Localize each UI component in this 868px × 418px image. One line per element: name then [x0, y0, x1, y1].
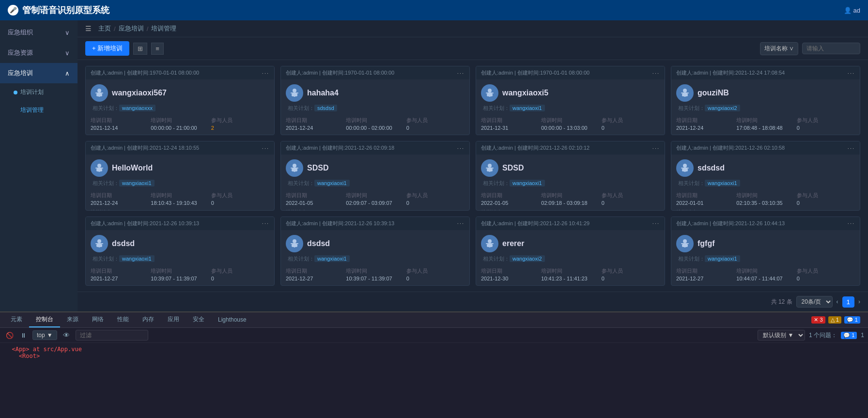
- card-header: 创建人:admin | 创建时间:1970-01-01 08:00:00 ···: [86, 66, 274, 79]
- card-header: 创建人:admin | 创建时间:2021-12-26 02:09:18 ···: [281, 141, 469, 155]
- members-label: 参与人员: [602, 267, 660, 275]
- devtools-tab-console[interactable]: 控制台: [29, 312, 60, 327]
- training-card[interactable]: 创建人:admin | 创建时间:2021-12-26 10:39:13 ···…: [85, 217, 275, 286]
- context-selector[interactable]: top ▼: [32, 330, 57, 340]
- svg-point-3: [98, 95, 100, 97]
- page-1-button[interactable]: 1: [842, 296, 854, 308]
- card-name: HelloWorld: [112, 164, 153, 172]
- card-more-button[interactable]: ···: [262, 70, 269, 76]
- devtools-tab-security[interactable]: 安全: [186, 312, 211, 327]
- training-card[interactable]: 创建人:admin | 创建时间:2021-12-26 02:10:12 ···…: [476, 141, 665, 210]
- card-plan-value[interactable]: wangxiaoxi1: [510, 180, 545, 186]
- breadcrumb-home[interactable]: 主页: [98, 24, 111, 33]
- card-plan-value[interactable]: wangxiaoxi1: [119, 180, 155, 186]
- devtools-tab-sources[interactable]: 来源: [60, 312, 85, 327]
- training-card[interactable]: 创建人:admin | 创建时间:2021-12-26 02:10:58 ···…: [671, 141, 860, 210]
- warning-badge[interactable]: △ 1: [828, 316, 841, 324]
- training-card[interactable]: 创建人:admin | 创建时间:1970-01-01 08:00:00 ···…: [85, 66, 275, 135]
- error-badge[interactable]: ✕ 3: [811, 316, 825, 324]
- sidebar-sub-training-mgmt[interactable]: 培训管理: [0, 101, 78, 119]
- svg-rect-1: [95, 93, 103, 93]
- card-plan-value[interactable]: wangxiaoxi1: [314, 180, 350, 186]
- card-more-button[interactable]: ···: [652, 70, 660, 76]
- card-plan-value[interactable]: wangxiaoxi2: [510, 255, 545, 262]
- card-body: SDSD 相关计划：wangxiaoxi1 培训日期 2022-01-05 培训…: [476, 155, 665, 210]
- add-training-button[interactable]: + 新增培训: [85, 41, 129, 56]
- devtools-tab-network[interactable]: 网络: [85, 312, 110, 327]
- field-time: 培训时间 17:08:48 - 18:08:48: [736, 117, 794, 131]
- training-card[interactable]: 创建人:admin | 创建时间:2021-12-24 17:08:54 ···…: [671, 66, 860, 135]
- svg-point-23: [294, 170, 295, 172]
- card-more-button[interactable]: ···: [848, 145, 855, 151]
- page-size-select[interactable]: 20条/页 50条/页: [796, 296, 833, 308]
- filter-search-input[interactable]: [802, 43, 860, 54]
- location-label: 培训地点: [676, 209, 855, 210]
- sidebar-item-emergency-resource[interactable]: 应急资源 ∨: [0, 43, 78, 63]
- training-card[interactable]: 创建人:admin | 创建时间:2021-12-24 18:10:55 ···…: [85, 141, 275, 210]
- card-more-button[interactable]: ···: [457, 220, 465, 226]
- svg-point-44: [683, 239, 687, 243]
- time-value: 10:39:07 - 11:39:07: [346, 276, 404, 281]
- card-more-button[interactable]: ···: [457, 70, 465, 76]
- clear-console-icon[interactable]: 🚫: [4, 331, 16, 340]
- card-more-button[interactable]: ···: [457, 145, 465, 151]
- issues-badge[interactable]: 💬 1: [841, 332, 857, 339]
- training-card[interactable]: 创建人:admin | 创建时间:2021-12-26 10:41:29 ···…: [476, 217, 665, 286]
- log-level-select[interactable]: 默认级别 ▼: [758, 330, 805, 341]
- list-view-button[interactable]: ≡: [151, 43, 164, 55]
- breadcrumb-emergency[interactable]: 应急培训: [119, 24, 144, 33]
- card-more-button[interactable]: ···: [262, 220, 269, 226]
- filter-dropdown-arrow: ∨: [789, 45, 794, 52]
- devtools-tab-performance[interactable]: 性能: [110, 312, 136, 327]
- svg-rect-37: [291, 243, 298, 244]
- devtools-tab-elements[interactable]: 元素: [4, 312, 29, 327]
- time-value: 10:41:23 - 11:41:23: [541, 276, 599, 281]
- card-plan-value[interactable]: wangxiaoxi1: [510, 105, 545, 111]
- main-layout: 应急组织 ∨ 应急资源 ∨ 应急培训 ∧ 培训计划 培训管理 ☰ 主页 / 应急…: [0, 20, 868, 311]
- filter-type-select[interactable]: 培训名称 ∨: [760, 42, 798, 55]
- avatar: [91, 235, 108, 252]
- training-card[interactable]: 创建人:admin | 创建时间:2021-12-26 10:44:13 ···…: [671, 217, 860, 286]
- card-plan-value[interactable]: wangxiaoxxx: [119, 105, 155, 111]
- field-date: 培训日期 2021-12-27: [286, 267, 344, 281]
- card-plan-value[interactable]: wangxiaoxi1: [705, 255, 740, 262]
- card-creator: 创建人:admin | 创建时间:2021-12-26 02:09:18: [286, 144, 457, 152]
- card-more-button[interactable]: ···: [652, 220, 660, 226]
- training-card[interactable]: 创建人:admin | 创建时间:2021-12-26 10:39:13 ···…: [280, 217, 470, 286]
- sidebar-item-emergency-training[interactable]: 应急培训 ∧: [0, 63, 78, 83]
- avatar: [676, 84, 694, 102]
- hamburger-icon[interactable]: ☰: [85, 25, 92, 32]
- breadcrumb-training-mgmt[interactable]: 培训管理: [151, 24, 176, 33]
- sidebar-item-emergency-org[interactable]: 应急组织 ∨: [0, 22, 78, 43]
- members-value: 0: [602, 125, 660, 131]
- training-card[interactable]: 创建人:admin | 创建时间:1970-01-01 08:00:00 ···…: [476, 66, 665, 135]
- card-plan: 相关计划：wangxiaoxi2: [481, 255, 660, 263]
- card-plan-value[interactable]: wangxiaoxi2: [705, 105, 740, 111]
- devtools-tab-lighthouse[interactable]: Lighthouse: [211, 313, 253, 327]
- card-more-button[interactable]: ···: [848, 220, 855, 226]
- grid-view-button[interactable]: ⊞: [133, 43, 147, 55]
- training-card[interactable]: 创建人:admin | 创建时间:1970-01-01 08:00:00 ···…: [280, 66, 470, 135]
- card-plan-value[interactable]: wangxiaoxi1: [314, 255, 350, 262]
- sidebar-sub-training-plan[interactable]: 培训计划: [0, 83, 78, 101]
- devtools-tab-memory[interactable]: 内存: [136, 312, 161, 327]
- card-plan-value[interactable]: wangxiaoxi1: [705, 180, 740, 186]
- field-date: 培训日期 2021-12-27: [676, 267, 734, 281]
- card-plan-value[interactable]: sdsdsd: [314, 105, 337, 111]
- devtools-tab-application[interactable]: 应用: [161, 312, 186, 327]
- console-filter-input[interactable]: [76, 330, 148, 341]
- card-more-button[interactable]: ···: [652, 145, 660, 151]
- card-creator: 创建人:admin | 创建时间:2021-12-26 02:10:58: [676, 144, 848, 152]
- training-card[interactable]: 创建人:admin | 创建时间:2021-12-26 02:09:18 ···…: [280, 141, 470, 210]
- card-plan-value[interactable]: wangxiaoxi1: [119, 255, 155, 262]
- info-badge[interactable]: 💬 1: [844, 316, 860, 324]
- pause-icon[interactable]: ⏸: [18, 331, 29, 340]
- card-more-button[interactable]: ···: [262, 145, 269, 151]
- card-more-button[interactable]: ···: [848, 70, 855, 76]
- eye-icon[interactable]: 👁: [61, 330, 72, 340]
- card-title-row: SDSD: [286, 159, 465, 177]
- card-plan: 相关计划：wangxiaoxxx: [91, 105, 269, 112]
- chevron-up-icon: ∧: [65, 70, 70, 77]
- chevron-down-icon-2: ∨: [65, 49, 70, 57]
- field-location: 培训地点 SDSD: [481, 209, 660, 210]
